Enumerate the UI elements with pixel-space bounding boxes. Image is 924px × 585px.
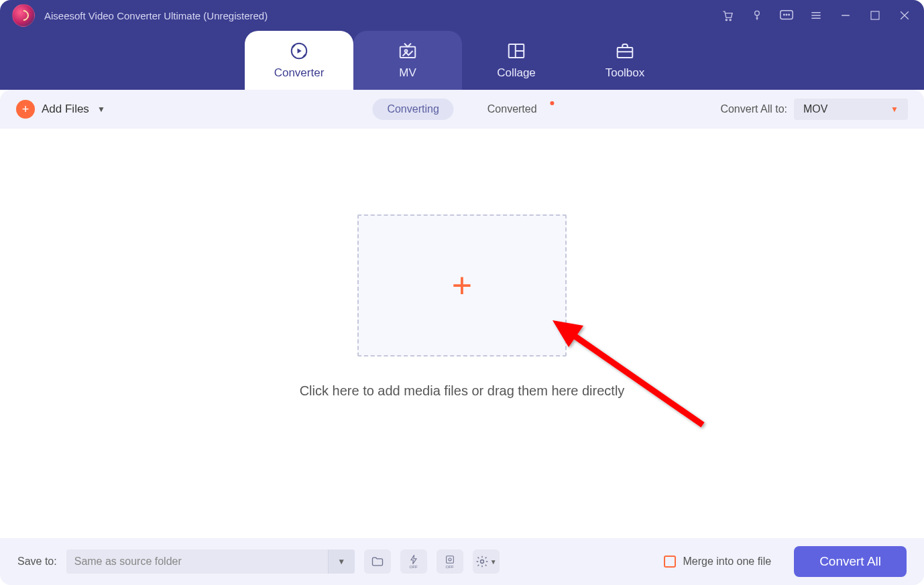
caret-down-icon: ▼ [890,105,899,114]
save-to-label: Save to: [17,556,57,568]
svg-point-16 [449,558,451,561]
tab-mv-label: MV [399,66,416,80]
settings-button[interactable]: ▼ [473,549,500,574]
plus-icon: + [16,100,35,119]
annotation-arrow [542,315,716,436]
svg-rect-7 [871,11,879,19]
feedback-icon[interactable] [779,8,794,23]
tab-converter[interactable]: Converter [245,31,353,90]
convert-all-to-label: Convert All to: [720,103,787,115]
tab-collage-label: Collage [497,66,536,80]
output-format-value: MOV [803,103,827,115]
menu-icon[interactable] [809,8,823,23]
gpu-accel-button[interactable]: OFF [400,549,427,574]
notification-dot-icon [551,101,555,105]
save-to-dropdown[interactable]: Same as source folder ▼ [66,549,355,574]
high-speed-button[interactable]: OFF [437,549,463,574]
add-files-label: Add Files [42,103,89,116]
converting-tab[interactable]: Converting [372,99,453,120]
tab-mv[interactable]: MV [353,31,462,90]
checkbox-icon [664,556,676,568]
svg-rect-15 [446,556,453,564]
svg-point-4 [784,14,785,15]
close-icon[interactable] [897,8,912,23]
chevron-down-icon: ▼ [97,105,105,114]
svg-point-5 [786,14,787,15]
svg-point-2 [755,11,760,15]
dropzone-hint: Click here to add media files or drag th… [300,383,625,399]
open-folder-button[interactable] [364,549,391,574]
chevron-down-icon: ▼ [328,549,355,574]
caret-down-icon: ▼ [490,558,497,566]
maximize-icon[interactable] [868,8,882,23]
app-logo [12,4,35,27]
svg-line-13 [571,334,703,425]
plus-icon: + [452,265,472,306]
window-title: Aiseesoft Video Converter Ultimate (Unre… [44,10,268,21]
tab-toolbox[interactable]: Toolbox [571,31,679,90]
tab-collage[interactable]: Collage [462,31,571,90]
svg-point-1 [730,19,731,21]
merge-checkbox[interactable]: Merge into one file [664,556,771,568]
output-format-dropdown[interactable]: MOV ▼ [794,99,908,120]
svg-point-6 [789,14,789,15]
key-icon[interactable] [750,8,764,23]
svg-point-0 [726,19,727,21]
save-to-value: Same as source folder [66,556,328,568]
add-files-dropzone[interactable]: + [357,214,567,356]
tab-converter-label: Converter [274,66,325,80]
cart-icon[interactable] [720,8,735,23]
svg-rect-12 [618,48,633,58]
converted-tab[interactable]: Converted [473,99,552,120]
merge-label: Merge into one file [683,556,771,568]
minimize-icon[interactable] [838,8,853,23]
tab-toolbox-label: Toolbox [605,66,645,80]
svg-rect-9 [400,47,416,58]
svg-point-17 [480,560,483,564]
add-files-button[interactable]: + Add Files ▼ [16,100,105,119]
convert-all-button[interactable]: Convert All [794,546,907,577]
